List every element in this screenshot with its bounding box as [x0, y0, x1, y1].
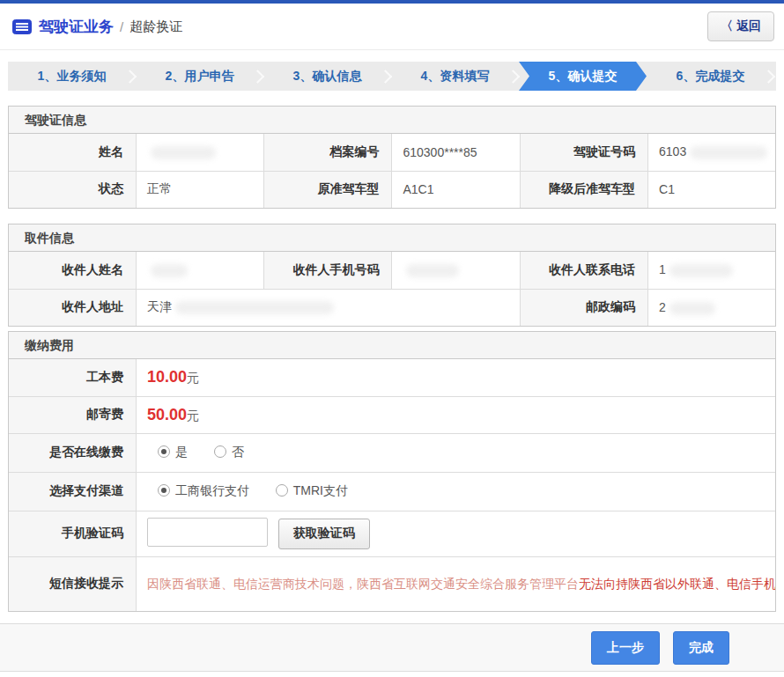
step-5-confirm-submit-active: 5、确认提交 [519, 62, 647, 91]
channel-icbc-radio[interactable] [158, 484, 170, 497]
recipient-mobile-value [392, 252, 520, 289]
step-separator-icon [762, 70, 776, 84]
step-2-declare: 2、用户申告 [136, 62, 263, 91]
table-row: 选择支付渠道 工商银行支付 TMRI支付 [9, 472, 775, 511]
file-number-label: 档案编号 [264, 134, 392, 171]
pay-online-options: 是 否 [136, 433, 775, 472]
section-payment: 缴纳费用 工本费 10.00元 邮寄费 50.00元 是否在线缴费 [8, 331, 776, 612]
back-chevron-icon: 〈 [721, 18, 733, 34]
back-button-label: 返回 [736, 18, 761, 34]
recipient-mobile-label: 收件人手机号码 [264, 252, 392, 289]
channel-tmri-label[interactable]: TMRI支付 [293, 483, 348, 497]
redacted-blur [175, 301, 334, 314]
sms-code-field-cell: 获取验证码 [136, 511, 775, 556]
redacted-blur [151, 264, 188, 277]
status-label: 状态 [9, 171, 136, 208]
redacted-blur [690, 146, 767, 159]
step-3-confirm-info: 3、确认信息 [263, 62, 391, 91]
page-subtitle: 超龄换证 [129, 18, 182, 35]
sms-code-input[interactable] [147, 518, 268, 547]
postal-code-value: 2 [648, 289, 775, 326]
section-title: 取件信息 [9, 224, 775, 252]
file-number-value: 610300****85 [392, 134, 520, 171]
card-fee-label: 工本费 [9, 359, 136, 396]
page-title: 驾驶证业务 [39, 17, 114, 37]
step-separator-icon [379, 70, 393, 84]
card-fee-unit: 元 [187, 371, 199, 385]
recipient-address-label: 收件人地址 [9, 289, 136, 326]
table-row: 收件人地址 天津 邮政编码 2 [9, 289, 775, 326]
footer-actions: 上一步 完成 [0, 623, 784, 672]
card-fee-value: 10.00元 [136, 359, 775, 396]
channel-tmri-radio[interactable] [276, 484, 288, 497]
pay-channel-label: 选择支付渠道 [9, 472, 136, 511]
redacted-blur [151, 146, 216, 159]
sms-notice-text: 因陕西省联通、电信运营商技术问题，陕西省互联网交通安全综合服务管理平台无法向持陕… [136, 556, 775, 611]
license-number-label: 驾驶证号码 [520, 134, 647, 171]
step-1-notice: 1、业务须知 [8, 62, 136, 91]
table-row: 手机验证码 获取验证码 [9, 511, 775, 556]
section-license-info: 驾驶证信息 姓名 档案编号 610300****85 驾驶证号码 6103 状态… [8, 106, 776, 209]
breadcrumb: 驾驶证业务 / 超龄换证 [12, 17, 182, 37]
table-row: 工本费 10.00元 [9, 359, 775, 396]
downgraded-class-label: 降级后准驾车型 [520, 171, 647, 208]
license-business-icon [12, 19, 32, 34]
table-row: 邮寄费 50.00元 [9, 396, 775, 433]
pay-online-yes-radio[interactable] [158, 445, 170, 458]
pay-online-label: 是否在线缴费 [9, 433, 136, 472]
pay-online-no-radio[interactable] [214, 445, 226, 458]
mail-fee-value: 50.00元 [136, 396, 775, 433]
original-class-label: 原准驾车型 [264, 171, 392, 208]
step-bar-filler [774, 62, 776, 91]
section-title: 缴纳费用 [9, 332, 775, 359]
pay-online-yes-label[interactable]: 是 [175, 445, 188, 459]
card-fee-amount: 10.00 [147, 368, 187, 386]
sms-code-label: 手机验证码 [9, 511, 136, 556]
status-value: 正常 [136, 171, 263, 208]
recipient-phone-value: 1 [648, 252, 775, 289]
pay-channel-options: 工商银行支付 TMRI支付 [136, 472, 775, 511]
table-row: 姓名 档案编号 610300****85 驾驶证号码 6103 [9, 134, 775, 171]
step-4-fill-data: 4、资料填写 [391, 62, 519, 91]
sms-notice-part1: 因陕西省联通、电信运营商技术问题，陕西省互联网交通安全综合服务管理平台 [147, 577, 579, 591]
step-separator-icon [251, 70, 265, 84]
header: 驾驶证业务 / 超龄换证 〈 返回 [0, 4, 784, 50]
recipient-address-value: 天津 [136, 289, 520, 326]
get-sms-code-button[interactable]: 获取验证码 [278, 519, 370, 549]
pay-online-no-label[interactable]: 否 [232, 445, 244, 459]
postal-code-label: 邮政编码 [520, 289, 647, 326]
name-value [136, 134, 263, 171]
page: 驾驶证业务 / 超龄换证 〈 返回 1、业务须知 2、用户申告 3、确认信息 4… [0, 0, 784, 677]
table-row: 状态 正常 原准驾车型 A1C1 降级后准驾车型 C1 [9, 171, 775, 208]
step-6-complete: 6、完成提交 [647, 62, 774, 91]
recipient-name-value [136, 252, 263, 289]
mail-fee-unit: 元 [187, 408, 199, 423]
original-class-value: A1C1 [392, 171, 520, 208]
step-wizard: 1、业务须知 2、用户申告 3、确认信息 4、资料填写 5、确认提交 6、完成提… [8, 62, 776, 91]
section-title: 驾驶证信息 [9, 107, 775, 134]
breadcrumb-divider: / [120, 19, 123, 34]
license-number-value: 6103 [648, 134, 775, 171]
mail-fee-label: 邮寄费 [9, 396, 136, 433]
table-row: 短信接收提示 因陕西省联通、电信运营商技术问题，陕西省互联网交通安全综合服务管理… [9, 556, 775, 611]
finish-button[interactable]: 完成 [673, 631, 729, 665]
redacted-blur [669, 302, 715, 315]
channel-icbc-label[interactable]: 工商银行支付 [175, 483, 249, 497]
table-row: 收件人姓名 收件人手机号码 收件人联系电话 1 [9, 252, 775, 289]
table-row: 是否在线缴费 是 否 [9, 433, 775, 472]
redacted-blur [406, 264, 459, 277]
previous-step-button[interactable]: 上一步 [591, 631, 660, 665]
step-separator-icon [507, 70, 521, 84]
redacted-blur [669, 264, 733, 277]
step-separator-icon [123, 70, 137, 84]
sms-notice-label: 短信接收提示 [9, 556, 136, 611]
recipient-phone-label: 收件人联系电话 [520, 252, 647, 289]
sms-notice-part2: 无法向持陕西省以外联通、电信手机号码的用户发送短信,因此无法向此类用户提供陕西省… [579, 577, 775, 591]
downgraded-class-value: C1 [648, 171, 775, 208]
name-label: 姓名 [9, 134, 136, 171]
recipient-name-label: 收件人姓名 [9, 252, 136, 289]
section-pickup-info: 取件信息 收件人姓名 收件人手机号码 收件人联系电话 1 收件人地址 天津 邮政… [8, 224, 776, 327]
mail-fee-amount: 50.00 [147, 406, 187, 423]
back-button[interactable]: 〈 返回 [707, 11, 774, 41]
